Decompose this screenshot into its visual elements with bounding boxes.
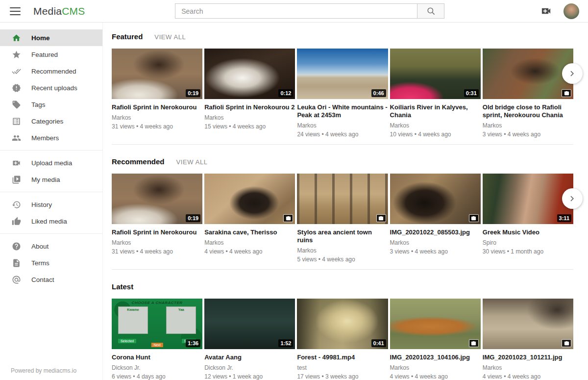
media-title[interactable]: Forest - 49981.mp4 [297,354,388,361]
sidebar-item-members[interactable]: Members [0,129,102,146]
media-author[interactable]: Markos [390,122,481,129]
media-title[interactable]: Avatar Aang [204,354,295,361]
sidebar-item-label: Home [31,34,50,42]
media-card[interactable]: IMG_20201022_085503.jpgMarkos3 views • 4… [390,174,481,269]
sidebar-item-label: About [31,243,49,250]
media-card[interactable]: CHOOSE A CHARACTERKwameYaaSelectedNextSe… [112,299,202,380]
next-button-label: Next [151,343,163,347]
media-views-meta: 17 views • 3 weeks ago [297,373,388,380]
media-title[interactable]: Rafioli Sprint in Nerokourou [112,103,202,111]
media-thumbnail[interactable]: 0:41 [297,299,388,349]
media-title[interactable]: Old bridge close to Rafioli sprint, Nero… [483,103,573,119]
character-card-left: Kwame [118,306,148,334]
media-card[interactable]: Stylos area ancient town ruinsMarkos5 vi… [297,174,388,269]
media-author[interactable]: Markos [297,247,388,254]
media-title[interactable]: IMG_20201023_101211.jpg [483,354,573,361]
media-views-meta: 31 views • 4 weeks ago [112,123,202,130]
sidebar-item-label: Featured [31,51,58,58]
media-thumbnail[interactable]: 1:52 [204,299,295,349]
media-title[interactable]: Rafioli Sprint in Nerokourou 2 [204,103,295,111]
sidebar-item-recent-uploads[interactable]: Recent uploads [0,79,102,96]
media-card[interactable]: 0:19Rafioli Sprint in NerokourouMarkos31… [112,174,202,269]
media-author[interactable]: Spiro [483,239,573,246]
media-card[interactable]: 0:46Leuka Ori - White mountains - Peak a… [297,49,388,144]
media-author[interactable]: Markos [483,122,573,129]
sidebar-item-my-media[interactable]: My media [0,171,102,188]
row-next-button[interactable] [562,188,583,209]
media-thumbnail[interactable] [483,299,573,349]
media-card[interactable]: 0:19Rafioli Sprint in NerokourouMarkos31… [112,49,202,144]
sidebar-item-label: History [31,201,52,208]
media-thumbnail[interactable]: 0:31 [390,49,481,99]
media-thumbnail[interactable] [390,299,481,349]
thumb-up-icon [12,217,21,226]
media-title[interactable]: Corona Hunt [112,354,202,361]
media-title[interactable]: Stylos area ancient town ruins [297,228,388,244]
media-title[interactable]: Sarakina cave, Therisso [204,228,295,236]
app-logo[interactable]: MediaCMS [33,5,85,17]
media-thumbnail[interactable]: 0:46 [297,49,388,99]
sidebar-item-about[interactable]: About [0,238,102,254]
media-thumbnail[interactable]: 0:19 [112,49,202,99]
media-author[interactable]: Dickson Jr. [204,364,295,371]
media-author[interactable]: Dickson Jr. [112,364,202,371]
media-thumbnail[interactable] [204,174,295,224]
media-card[interactable]: IMG_20201023_101211.jpgMarkos4 views • 4… [483,299,573,380]
media-card[interactable]: 0:31Koiliaris River in Kalyves, ChaniaMa… [390,49,481,144]
search-input[interactable] [175,3,417,19]
media-card[interactable]: 0:41Forest - 49981.mp4test17 views • 3 w… [297,299,388,380]
media-card[interactable]: Old bridge close to Rafioli sprint, Nero… [483,49,573,144]
sidebar-item-home[interactable]: Home [0,29,102,46]
media-author[interactable]: Markos [390,239,481,246]
media-title[interactable]: Koiliaris River in Kalyves, Chania [390,103,481,119]
media-views-meta: 6 views • 4 days ago [112,373,202,380]
menu-icon[interactable] [10,7,21,15]
media-card[interactable]: Sarakina cave, TherissoMarkos4 views • 4… [204,174,295,269]
sidebar-item-history[interactable]: History [0,196,102,213]
media-card[interactable]: 3:11Greek Music VideoSpiro30 views • 1 m… [483,174,573,269]
media-card[interactable]: 1:52Avatar AangDickson Jr.12 views • 1 w… [204,299,295,380]
media-card[interactable]: 0:12Rafioli Sprint in Nerokourou 2Markos… [204,49,295,144]
media-thumbnail[interactable]: 3:11 [483,174,573,224]
star-icon [12,50,21,59]
media-author[interactable]: Markos [112,239,202,246]
media-author[interactable]: Markos [297,122,388,129]
media-views-meta: 10 views • 4 weeks ago [390,131,481,138]
media-thumbnail[interactable]: CHOOSE A CHARACTERKwameYaaSelectedNextSe… [112,299,202,349]
media-title[interactable]: Leuka Ori - White mountains - Peak at 24… [297,103,388,119]
powered-by-link[interactable]: Powered by mediacms.io [11,367,76,374]
sidebar-group: AboutTermsContact [0,233,102,289]
media-thumbnail[interactable] [297,174,388,224]
sidebar-item-tags[interactable]: Tags [0,96,102,113]
section-divider [112,144,573,145]
media-author[interactable]: Markos [112,114,202,121]
media-author[interactable]: Markos [483,364,573,371]
at-email-icon [12,275,21,284]
sidebar-item-featured[interactable]: Featured [0,46,102,63]
media-title[interactable]: IMG_20201023_104106.jpg [390,354,481,361]
user-avatar[interactable] [564,3,579,19]
sidebar-item-categories[interactable]: Categories [0,113,102,129]
media-author[interactable]: Markos [204,114,295,121]
sidebar-item-contact[interactable]: Contact [0,271,102,288]
sidebar-item-upload-media[interactable]: Upload media [0,154,102,171]
media-author[interactable]: Markos [390,364,481,371]
media-thumbnail[interactable] [483,49,573,99]
media-author[interactable]: Markos [204,239,295,246]
view-all-link[interactable]: VIEW ALL [154,33,186,41]
media-title[interactable]: Greek Music Video [483,228,573,236]
media-author[interactable]: test [297,364,388,371]
sidebar-item-terms[interactable]: Terms [0,254,102,271]
media-thumbnail[interactable]: 0:12 [204,49,295,99]
media-thumbnail[interactable] [390,174,481,224]
sidebar-item-recommended[interactable]: Recommended [0,63,102,79]
media-thumbnail[interactable]: 0:19 [112,174,202,224]
media-title[interactable]: IMG_20201022_085503.jpg [390,228,481,236]
media-title[interactable]: Rafioli Sprint in Nerokourou [112,228,202,236]
view-all-link[interactable]: VIEW ALL [176,158,208,166]
sidebar-item-liked-media[interactable]: Liked media [0,213,102,229]
media-card[interactable]: IMG_20201023_104106.jpgMarkos4 views • 4… [390,299,481,380]
upload-media-icon[interactable] [540,5,552,17]
search-button[interactable] [417,3,444,19]
row-next-button[interactable] [562,63,583,84]
